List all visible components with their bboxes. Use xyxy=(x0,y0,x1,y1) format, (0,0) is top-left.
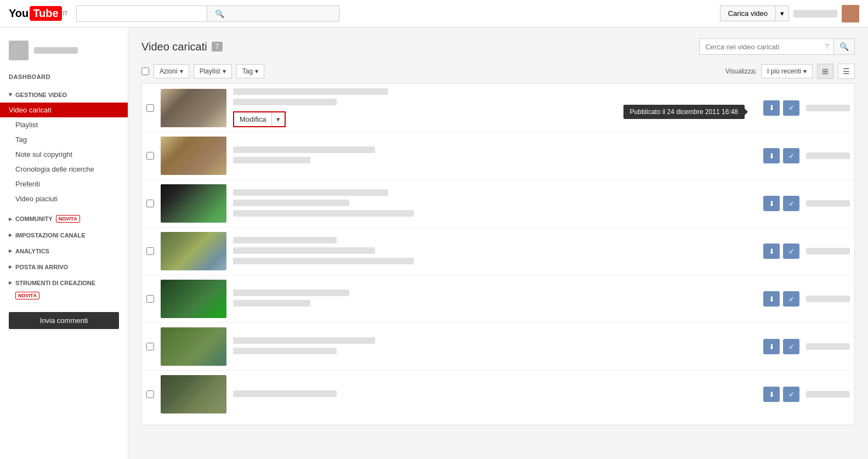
modifica-button[interactable]: Modifica ▾ xyxy=(233,111,286,127)
sidebar-expand-strumenti[interactable]: ▸ STRUMENTI DI CREAZIONE xyxy=(0,275,128,291)
row-checkbox[interactable] xyxy=(146,247,154,255)
row-checkbox[interactable] xyxy=(146,152,154,160)
date-bar xyxy=(806,105,850,111)
check-button[interactable]: ✓ xyxy=(783,100,799,116)
thumb-image xyxy=(161,280,226,318)
grid-view-button[interactable]: ⊞ xyxy=(817,64,833,79)
chevron-right-icon-2: ▸ xyxy=(9,231,12,239)
video-meta xyxy=(233,99,337,105)
azioni-button[interactable]: Azioni ▾ xyxy=(154,64,189,78)
sidebar-expand-gestione[interactable]: ▾ GESTIONE VIDEO xyxy=(0,87,128,103)
send-feedback-button[interactable]: Invia commenti xyxy=(9,312,119,329)
row-checkbox[interactable] xyxy=(146,295,154,303)
sidebar-item-preferiti[interactable]: Preferiti xyxy=(0,177,128,191)
date-bar xyxy=(806,296,850,302)
video-title xyxy=(233,189,388,196)
modifica-label: Modifica xyxy=(234,112,271,126)
video-thumbnail xyxy=(161,280,226,318)
toolbar: Azioni ▾ Playlist ▾ Tag ▾ Visualizza: I … xyxy=(141,64,855,79)
page-title: Video caricati 7 xyxy=(141,41,223,53)
date-bar xyxy=(806,248,850,254)
sidebar-expand-analytics[interactable]: ▸ ANALYTICS xyxy=(0,243,128,259)
tag-button[interactable]: Tag ▾ xyxy=(236,64,264,78)
sidebar-expand-community[interactable]: ▸ COMMUNITY NOVITÀ xyxy=(0,211,128,227)
video-actions: ⬇ ✓ xyxy=(763,291,799,307)
video-info xyxy=(233,290,492,308)
modifica-dropdown-icon: ▾ xyxy=(271,112,285,126)
video-actions: ⬇ ✓ xyxy=(763,148,799,163)
sidebar-section-impostazioni-label: IMPOSTAZIONI CANALE xyxy=(15,232,86,239)
video-title xyxy=(233,337,375,344)
sidebar-item-label: Cronologia delle ricerche xyxy=(15,165,94,173)
sidebar-section-gestione-label: GESTIONE VIDEO xyxy=(15,92,67,98)
download-button[interactable]: ⬇ xyxy=(763,148,780,163)
sidebar-item-playlist[interactable]: Playlist xyxy=(0,117,128,132)
sidebar-item-video-piaciuti[interactable]: Video piaciuti xyxy=(0,191,128,206)
table-row: Modifica ▾ ⬇ ✓ Pubblicato il 24 dicembre… xyxy=(142,84,854,132)
row-checkbox[interactable] xyxy=(146,343,154,350)
thumb-image xyxy=(161,375,226,413)
sidebar-expand-impostazioni[interactable]: ▸ IMPOSTAZIONI CANALE xyxy=(0,227,128,243)
sidebar-section-analytics-label: ANALYTICS xyxy=(15,248,49,254)
sidebar-item-label: Tag xyxy=(15,135,27,144)
row-checkbox[interactable] xyxy=(146,390,154,398)
novita-badge: NOVITÀ xyxy=(56,215,80,223)
video-search-input[interactable] xyxy=(700,39,820,54)
tag-arrow-icon: ▾ xyxy=(255,67,258,75)
download-button[interactable]: ⬇ xyxy=(763,387,780,402)
check-button[interactable]: ✓ xyxy=(783,243,799,259)
download-button[interactable]: ⬇ xyxy=(763,100,780,116)
sidebar-item-video-caricati[interactable]: Video caricati xyxy=(0,103,128,117)
check-button[interactable]: ✓ xyxy=(783,387,799,402)
chevron-right-icon-4: ▸ xyxy=(9,263,12,270)
chevron-down-icon: ▾ xyxy=(9,91,12,98)
sidebar-section-posta-label: POSTA IN ARRIVO xyxy=(15,264,68,270)
video-actions: ⬇ ✓ xyxy=(763,387,799,402)
select-all-checkbox[interactable] xyxy=(141,67,149,75)
check-button[interactable]: ✓ xyxy=(783,196,799,211)
video-thumbnail xyxy=(161,327,226,366)
video-thumbnail xyxy=(161,232,226,270)
date-bar xyxy=(806,152,850,159)
sidebar-item-cronologia[interactable]: Cronologia delle ricerche xyxy=(0,162,128,177)
video-meta2 xyxy=(233,258,414,264)
thumb-image xyxy=(161,137,226,175)
logo-tube: Tube xyxy=(30,6,61,21)
table-row: ⬇ ✓ xyxy=(142,180,854,228)
download-button[interactable]: ⬇ xyxy=(763,243,780,259)
check-button[interactable]: ✓ xyxy=(783,339,799,354)
header: YouTubeIT 🔍 Carica video ▾ xyxy=(0,0,868,27)
video-date xyxy=(806,296,850,302)
sidebar-section-community-label: COMMUNITY xyxy=(15,216,53,222)
row-checkbox[interactable] xyxy=(146,200,154,207)
upload-dropdown-arrow[interactable]: ▾ xyxy=(776,5,789,21)
playlist-button[interactable]: Playlist ▾ xyxy=(194,64,232,78)
download-button[interactable]: ⬇ xyxy=(763,291,780,307)
video-search-button[interactable]: 🔍 xyxy=(833,39,854,54)
toolbar-right: Visualizza: I più recenti ▾ ⊞ ☰ xyxy=(725,64,855,79)
video-info xyxy=(233,189,492,218)
search-input[interactable] xyxy=(76,5,207,22)
sidebar-item-tag[interactable]: Tag xyxy=(0,132,128,147)
youtube-logo[interactable]: YouTubeIT xyxy=(9,6,67,21)
video-thumbnail xyxy=(161,137,226,175)
thumb-image xyxy=(161,327,226,366)
list-view-button[interactable]: ☰ xyxy=(838,64,855,79)
sidebar-username xyxy=(34,47,78,54)
row-checkbox[interactable] xyxy=(146,104,154,112)
video-date xyxy=(806,152,850,159)
sort-button[interactable]: I più recenti ▾ xyxy=(761,64,813,78)
sidebar-item-note-copyright[interactable]: Note sul copyright xyxy=(0,147,128,162)
video-title xyxy=(233,290,349,296)
download-button[interactable]: ⬇ xyxy=(763,196,780,211)
sidebar-user xyxy=(0,36,128,69)
video-meta xyxy=(233,157,310,163)
table-row: ⬇ ✓ xyxy=(142,371,854,425)
upload-button[interactable]: Carica video xyxy=(720,5,776,21)
video-search-box: ? 🔍 xyxy=(699,38,855,55)
download-button[interactable]: ⬇ xyxy=(763,339,780,354)
check-button[interactable]: ✓ xyxy=(783,148,799,163)
sidebar-expand-posta[interactable]: ▸ POSTA IN ARRIVO xyxy=(0,259,128,275)
check-button[interactable]: ✓ xyxy=(783,291,799,307)
header-search-button[interactable]: 🔍 xyxy=(207,5,340,22)
